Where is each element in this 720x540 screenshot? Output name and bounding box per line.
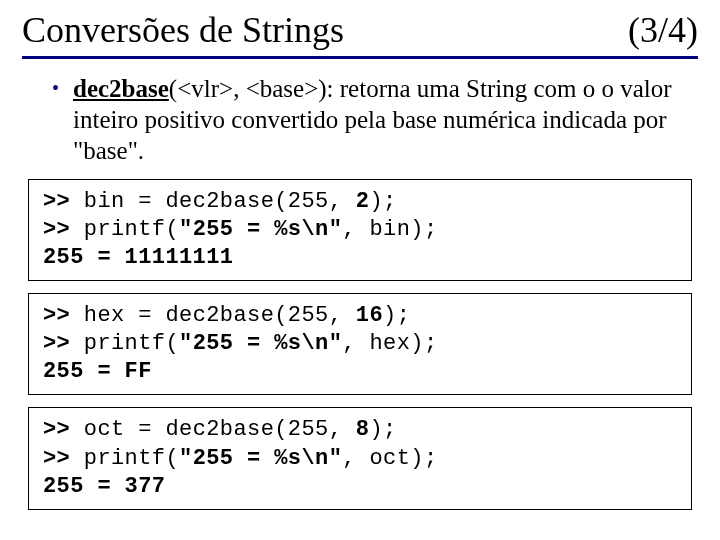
bullet-item: • dec2base(<vlr>, <base>): retorna uma S… — [52, 73, 688, 167]
code-box-hex: >> hex = dec2base(255, 16); >> printf("2… — [28, 293, 692, 395]
prompt: >> — [43, 303, 84, 328]
prompt: >> — [43, 217, 84, 242]
prompt: >> — [43, 446, 84, 471]
code-text: , bin); — [342, 217, 437, 242]
prompt: >> — [43, 331, 84, 356]
bullet-dot-icon: • — [52, 73, 59, 167]
bullet-text: dec2base(<vlr>, <base>): retorna uma Str… — [73, 73, 688, 167]
title-row: Conversões de Strings (3/4) — [22, 12, 698, 59]
bullet-area: • dec2base(<vlr>, <base>): retorna uma S… — [22, 73, 698, 167]
code-line: >> printf("255 = %s\n", hex); — [43, 330, 681, 358]
code-line: >> hex = dec2base(255, 16); — [43, 302, 681, 330]
code-text: printf( — [84, 331, 179, 356]
code-output: 255 = 11111111 — [43, 244, 681, 272]
slide-title: Conversões de Strings — [22, 12, 344, 50]
slide-page-indicator: (3/4) — [628, 12, 698, 50]
code-text: bin = dec2base(255, — [84, 189, 356, 214]
code-box-bin: >> bin = dec2base(255, 2); >> printf("25… — [28, 179, 692, 281]
code-line: >> bin = dec2base(255, 2); — [43, 188, 681, 216]
code-line: >> printf("255 = %s\n", oct); — [43, 445, 681, 473]
code-output: 255 = 377 — [43, 473, 681, 501]
code-text: ); — [369, 417, 396, 442]
prompt: >> — [43, 189, 84, 214]
code-text: printf( — [84, 217, 179, 242]
code-string-bold: "255 = %s\n" — [179, 446, 342, 471]
code-text: , oct); — [342, 446, 437, 471]
slide: Conversões de Strings (3/4) • dec2base(<… — [0, 0, 720, 540]
code-text: ); — [383, 303, 410, 328]
code-arg-bold: 16 — [356, 303, 383, 328]
code-arg-bold: 2 — [356, 189, 370, 214]
function-name: dec2base — [73, 75, 169, 102]
code-text: ); — [369, 189, 396, 214]
code-string-bold: "255 = %s\n" — [179, 331, 342, 356]
code-text: printf( — [84, 446, 179, 471]
code-text: oct = dec2base(255, — [84, 417, 356, 442]
code-string-bold: "255 = %s\n" — [179, 217, 342, 242]
prompt: >> — [43, 417, 84, 442]
code-line: >> printf("255 = %s\n", bin); — [43, 216, 681, 244]
code-output: 255 = FF — [43, 358, 681, 386]
code-line: >> oct = dec2base(255, 8); — [43, 416, 681, 444]
code-text: , hex); — [342, 331, 437, 356]
code-box-oct: >> oct = dec2base(255, 8); >> printf("25… — [28, 407, 692, 509]
code-arg-bold: 8 — [356, 417, 370, 442]
code-text: hex = dec2base(255, — [84, 303, 356, 328]
